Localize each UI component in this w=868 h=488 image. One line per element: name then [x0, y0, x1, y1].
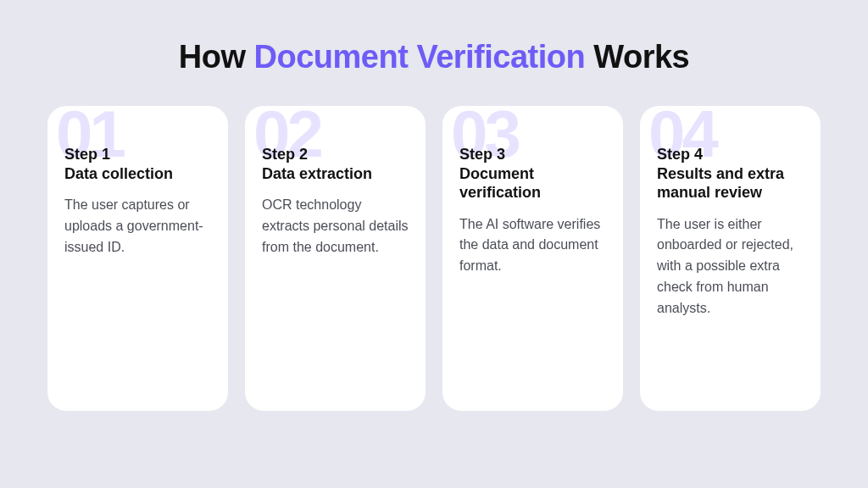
title-post: Works	[585, 39, 689, 75]
step-desc: The user is either onboarded or rejected…	[657, 214, 804, 319]
step-label: Step 4	[657, 145, 804, 164]
step-desc: The AI software verifies the data and do…	[459, 214, 606, 277]
step-desc: OCR technology extracts personal details…	[262, 195, 409, 258]
step-label: Step 1	[64, 145, 211, 164]
step-card-2: 02 Step 2 Data extraction OCR technology…	[245, 106, 426, 411]
step-label: Step 2	[262, 145, 409, 164]
step-card-3: 03 Step 3 Document verification The AI s…	[442, 106, 623, 411]
step-title: Results and extra manual review	[657, 164, 804, 202]
step-card-1: 01 Step 1 Data collection The user captu…	[47, 106, 228, 411]
step-title: Document verification	[459, 164, 606, 202]
title-pre: How	[179, 39, 254, 75]
step-title: Data collection	[64, 164, 211, 184]
step-label: Step 3	[459, 145, 606, 164]
step-card-4: 04 Step 4 Results and extra manual revie…	[640, 106, 821, 411]
title-accent: Document Verification	[254, 39, 586, 75]
steps-row: 01 Step 1 Data collection The user captu…	[47, 106, 821, 411]
step-title: Data extraction	[262, 164, 409, 184]
step-desc: The user captures or uploads a governmen…	[64, 195, 211, 258]
page-title: How Document Verification Works	[179, 39, 690, 75]
